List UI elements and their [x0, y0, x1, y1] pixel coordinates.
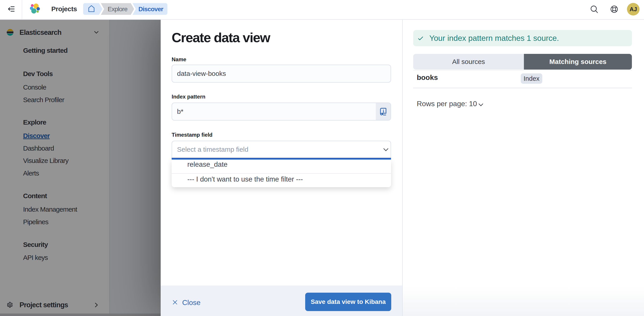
svg-text:Discover: Discover — [138, 6, 163, 13]
svg-text:Explore: Explore — [108, 6, 128, 13]
